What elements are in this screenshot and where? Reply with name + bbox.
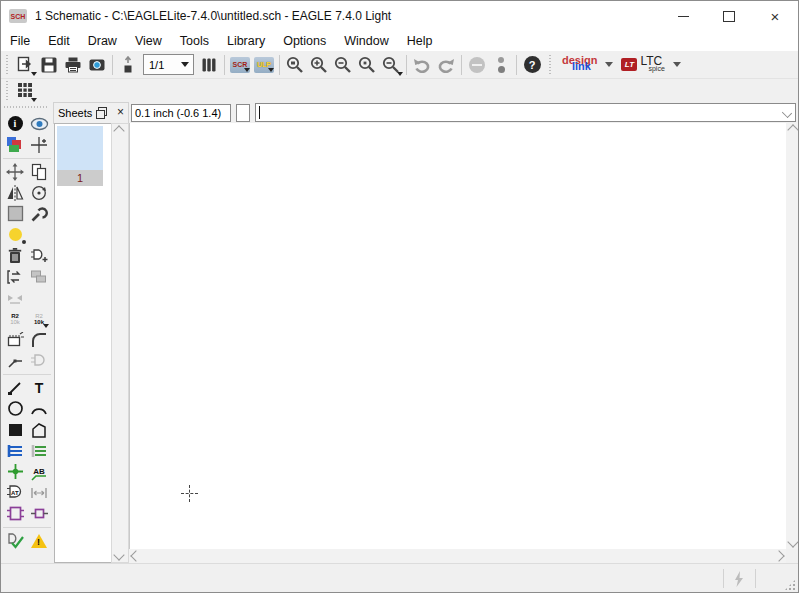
- menu-window[interactable]: Window: [335, 34, 397, 48]
- toolbar-grip[interactable]: [547, 55, 553, 75]
- sheet-thumbnail[interactable]: [57, 126, 103, 170]
- designlink-logo: design link: [562, 56, 597, 71]
- horizontal-scrollbar[interactable]: [129, 549, 786, 563]
- menu-help[interactable]: Help: [398, 34, 442, 48]
- grid-button[interactable]: [13, 79, 37, 103]
- help-button[interactable]: ?: [520, 53, 544, 77]
- close-icon: ×: [771, 9, 780, 24]
- print-icon: [64, 56, 82, 74]
- move-button[interactable]: [3, 161, 27, 182]
- use-library-button[interactable]: [197, 53, 221, 77]
- sheet-number-label[interactable]: 1: [57, 170, 103, 186]
- minimize-button[interactable]: [660, 1, 706, 31]
- mirror-button[interactable]: [3, 182, 27, 203]
- palette-grip[interactable]: [4, 105, 48, 110]
- show-button[interactable]: [27, 113, 51, 134]
- dimension-button[interactable]: [27, 482, 51, 503]
- undo-button[interactable]: [410, 53, 434, 77]
- errors-button[interactable]: !: [27, 530, 51, 551]
- designlink-button[interactable]: design link: [562, 57, 621, 72]
- menu-library[interactable]: Library: [218, 34, 274, 48]
- smash-button[interactable]: [3, 329, 27, 350]
- scroll-right-button[interactable]: [772, 549, 786, 563]
- group-button[interactable]: [3, 203, 27, 224]
- replace-button[interactable]: [27, 266, 51, 287]
- resize-grip-icon[interactable]: [785, 580, 795, 590]
- redo-button[interactable]: [434, 53, 458, 77]
- label-button[interactable]: AB: [27, 461, 51, 482]
- arc-button[interactable]: [27, 398, 51, 419]
- module-button[interactable]: [3, 503, 27, 524]
- zoom-out-button[interactable]: [331, 53, 355, 77]
- invoke-button[interactable]: [27, 350, 51, 371]
- bus-button[interactable]: [3, 440, 27, 461]
- zoom-redraw-button[interactable]: [379, 53, 403, 77]
- menu-view[interactable]: View: [126, 34, 171, 48]
- menu-options[interactable]: Options: [274, 34, 335, 48]
- maximize-button[interactable]: [706, 1, 752, 31]
- go-button[interactable]: [489, 53, 513, 77]
- miter-button[interactable]: [27, 329, 51, 350]
- ltcspice-button[interactable]: LT LTC spice: [621, 57, 688, 73]
- info-button[interactable]: i: [3, 113, 27, 134]
- sheets-scrollbar[interactable]: [111, 123, 129, 563]
- open-button[interactable]: [13, 53, 37, 77]
- net-button[interactable]: [27, 440, 51, 461]
- circle-button[interactable]: [3, 398, 27, 419]
- value-button[interactable]: R2 10k: [27, 308, 51, 329]
- wire-button[interactable]: [3, 377, 27, 398]
- main-toolbar: 1/1 SCR ULP: [1, 51, 798, 79]
- erc-button[interactable]: [3, 530, 27, 551]
- mark-button[interactable]: [27, 134, 51, 155]
- stop-button[interactable]: [465, 53, 489, 77]
- attribute-button[interactable]: AT: [3, 482, 27, 503]
- toolbar-separator: [279, 55, 280, 75]
- junction-button[interactable]: [3, 461, 27, 482]
- scroll-up-button[interactable]: [112, 124, 126, 138]
- menu-tools[interactable]: Tools: [171, 34, 218, 48]
- close-panel-button[interactable]: ×: [117, 105, 124, 119]
- display-button[interactable]: [3, 134, 27, 155]
- pinswap-button[interactable]: [3, 266, 27, 287]
- sheet-button[interactable]: [116, 53, 140, 77]
- cursor-crosshair: [181, 485, 198, 502]
- run-ulp-button[interactable]: ULP: [254, 57, 274, 73]
- zoom-select-button[interactable]: [355, 53, 379, 77]
- export-image-button[interactable]: [85, 53, 109, 77]
- close-button[interactable]: ×: [752, 1, 798, 31]
- cut-button[interactable]: [3, 224, 27, 245]
- change-button[interactable]: [27, 203, 51, 224]
- add-part-button[interactable]: [27, 245, 51, 266]
- schematic-canvas[interactable]: [129, 123, 787, 549]
- name-button[interactable]: R2 10k: [3, 308, 27, 329]
- polygon-button[interactable]: [27, 419, 51, 440]
- delete-button[interactable]: [3, 245, 27, 266]
- text-button[interactable]: T: [27, 377, 51, 398]
- copy-button[interactable]: [27, 161, 51, 182]
- port-button[interactable]: [27, 503, 51, 524]
- toolbar-grip[interactable]: [4, 81, 10, 101]
- command-input[interactable]: [255, 103, 796, 122]
- float-panel-button[interactable]: [96, 107, 106, 117]
- scroll-down-button[interactable]: [786, 535, 799, 549]
- save-button[interactable]: [37, 53, 61, 77]
- toolbar-grip[interactable]: [4, 55, 10, 75]
- sheet-selector-combobox[interactable]: 1/1: [143, 54, 194, 75]
- run-script-button[interactable]: SCR: [230, 57, 250, 73]
- camera-icon: [88, 56, 106, 74]
- gateswap-button[interactable]: [3, 287, 27, 308]
- rotate-button[interactable]: [27, 182, 51, 203]
- menu-file[interactable]: File: [1, 34, 39, 48]
- vertical-scrollbar[interactable]: [786, 123, 799, 549]
- split-button[interactable]: [3, 350, 27, 371]
- scroll-up-button[interactable]: [786, 123, 799, 137]
- print-button[interactable]: [61, 53, 85, 77]
- zoom-fit-button[interactable]: [283, 53, 307, 77]
- scroll-left-button[interactable]: [129, 549, 143, 563]
- rect-button[interactable]: [3, 419, 27, 440]
- grid-dropdown-icon: [31, 98, 37, 102]
- menu-edit[interactable]: Edit: [39, 34, 79, 48]
- scroll-down-button[interactable]: [112, 548, 126, 562]
- zoom-in-button[interactable]: [307, 53, 331, 77]
- menu-draw[interactable]: Draw: [79, 34, 126, 48]
